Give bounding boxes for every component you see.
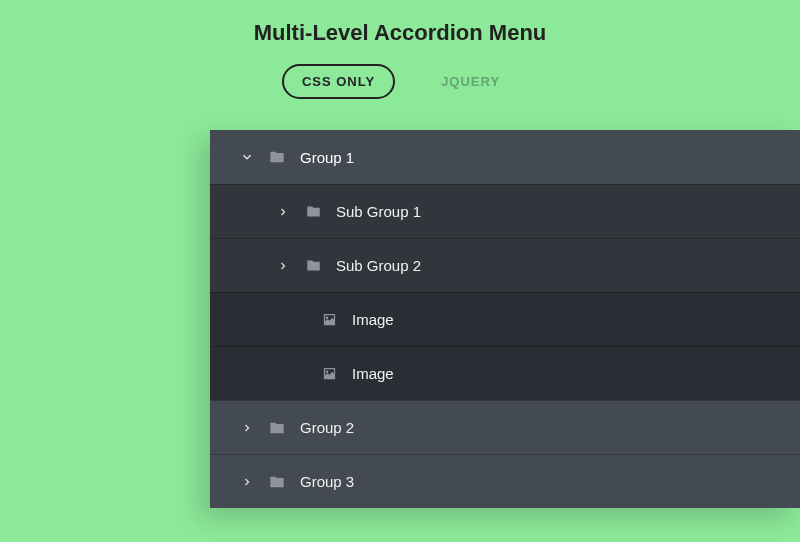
folder-icon	[268, 420, 286, 436]
chevron-right-icon	[274, 206, 292, 218]
menu-item-label: Group 3	[300, 473, 354, 490]
folder-icon	[304, 204, 322, 219]
accordion-menu: Group 1 Sub Group 1 Sub Group 2	[210, 130, 800, 508]
menu-item-label: Group 2	[300, 419, 354, 436]
folder-icon	[304, 258, 322, 273]
folder-icon	[268, 149, 286, 165]
menu-item-label: Image	[352, 365, 394, 382]
menu-item-label: Sub Group 1	[336, 203, 421, 220]
menu-item-label: Image	[352, 311, 394, 328]
menu-item-sub-group-2[interactable]: Sub Group 2	[210, 238, 800, 292]
tab-jquery[interactable]: JQUERY	[423, 66, 518, 97]
image-icon	[320, 312, 338, 327]
chevron-right-icon	[274, 260, 292, 272]
menu-item-group-3[interactable]: Group 3	[210, 454, 800, 508]
menu-item-group-2[interactable]: Group 2	[210, 400, 800, 454]
menu-item-group-1[interactable]: Group 1	[210, 130, 800, 184]
page-title: Multi-Level Accordion Menu	[0, 0, 800, 46]
folder-icon	[268, 474, 286, 490]
menu-item-image-1[interactable]: Image	[210, 292, 800, 346]
menu-item-label: Group 1	[300, 149, 354, 166]
menu-item-sub-group-1[interactable]: Sub Group 1	[210, 184, 800, 238]
image-icon	[320, 366, 338, 381]
chevron-right-icon	[238, 476, 256, 488]
chevron-down-icon	[238, 150, 256, 164]
chevron-right-icon	[238, 422, 256, 434]
menu-item-image-2[interactable]: Image	[210, 346, 800, 400]
menu-item-label: Sub Group 2	[336, 257, 421, 274]
tabs: CSS ONLY JQUERY	[0, 64, 800, 99]
tab-css-only[interactable]: CSS ONLY	[282, 64, 395, 99]
